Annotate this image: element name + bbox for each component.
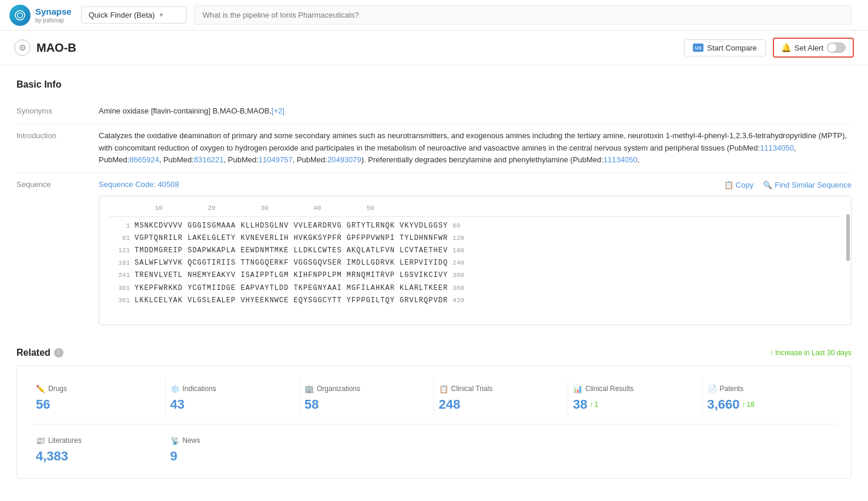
quick-finder-button[interactable]: Quick Finder (Beta) ▼	[81, 6, 187, 24]
synonyms-value: Amine oxidase [flavin-containing] B,MAO-…	[99, 105, 852, 118]
page-toolbar: ⚙ MAO-B US Start Compare 🔔 Set Alert	[0, 31, 868, 65]
alert-toggle[interactable]	[827, 42, 846, 53]
pubmed5-link[interactable]: 20493079	[327, 155, 361, 164]
drugs-icon: ✏️	[36, 385, 45, 393]
start-compare-label: Start Compare	[707, 44, 757, 52]
card-drugs[interactable]: ✏️ Drugs 56	[31, 378, 166, 419]
sequence-scrollbar[interactable]	[846, 214, 850, 261]
seq-line-121: 121 TMDDMGREIP SDAPWKAPLA EEWDNMTMKE LLD…	[109, 245, 842, 256]
seq-line-241: 241 TRENVLVETL NHEMYEAKYV ISAIPPTLGM KIH…	[109, 270, 842, 281]
card-drugs-label: ✏️ Drugs	[36, 385, 160, 393]
card-clinical-results-value: 38 ↑ 1	[573, 397, 698, 412]
search-circle-icon: 🔍	[763, 181, 772, 189]
brand-text: Synapse by patsnap	[35, 6, 72, 24]
introduction-value: Catalyzes the oxidative deamination of p…	[99, 130, 852, 166]
card-indications-label: ❄️ Indications	[170, 385, 295, 393]
seq-line-1: 1 MSNKCDVVVV GGGISGMAAA KLLHDSGLNV VVLEA…	[109, 221, 842, 232]
synonyms-label: Synonyms	[16, 105, 99, 118]
sequence-row: Sequence Sequence Code: 40508 📋 Copy 🔍 F…	[16, 173, 852, 331]
sequence-box[interactable]: 10 20 30 40 50 1 MSNKCDVVVV GGGISGMAAA K…	[99, 196, 852, 325]
quick-finder-label: Quick Finder (Beta)	[89, 11, 155, 19]
seq-line-361: 361 LKKLCELYAK VLGSLEALEP VHYEEKNWCE EQY…	[109, 295, 842, 306]
patents-icon: 📄	[708, 385, 717, 393]
brand-sub: by patsnap	[35, 17, 72, 24]
related-title: Related	[16, 348, 51, 358]
card-clinical-results[interactable]: 📊 Clinical Results 38 ↑ 1	[568, 378, 703, 419]
related-section: Related i ↑ Increase in Last 30 days ✏️ …	[16, 348, 852, 479]
bell-icon: 🔔	[781, 43, 791, 52]
sequence-code-link[interactable]: Sequence Code: 40508	[99, 179, 179, 191]
card-drugs-value: 56	[36, 397, 160, 412]
organizations-icon: 🏢	[304, 385, 314, 393]
search-input[interactable]	[194, 5, 852, 25]
settings-icon: ⚙	[14, 39, 31, 56]
clinical-trials-icon: 📋	[439, 385, 448, 393]
increase-label: ↑ Increase in Last 30 days	[770, 349, 852, 357]
card-organizations-value: 58	[304, 397, 429, 412]
up-arrow-icon: ↑	[770, 349, 773, 357]
card-literatures-label: 📰 Literatures	[36, 436, 161, 445]
pubmed1-link[interactable]: 11134050	[760, 143, 794, 152]
seq-line-181: 181 SALWFLWYVK QCGGTIRIIS TTNGGQERKF VGG…	[109, 258, 842, 269]
sequence-value: Sequence Code: 40508 📋 Copy 🔍 Find Simil…	[99, 179, 852, 325]
card-patents-value: 3,660 ↑ 18	[708, 397, 833, 412]
card-organizations[interactable]: 🏢 Organizations 58	[300, 378, 434, 419]
card-news-label: 📡 News	[170, 436, 296, 445]
synonyms-row: Synonyms Amine oxidase [flavin-containin…	[16, 99, 852, 124]
set-alert-label: Set Alert	[795, 44, 823, 52]
card-clinical-trials-value: 248	[439, 397, 564, 412]
logo-icon	[9, 5, 31, 26]
card-clinical-results-label: 📊 Clinical Results	[573, 385, 698, 393]
card-indications-value: 43	[170, 397, 295, 412]
cards-row-2: 📰 Literatures 4,383 📡 News 9	[31, 424, 837, 466]
pubmed2-link[interactable]: 8665924	[129, 155, 159, 164]
indications-icon: ❄️	[170, 385, 180, 393]
synonyms-badge[interactable]: [+2]	[272, 106, 284, 115]
card-patents-label: 📄 Patents	[708, 385, 833, 393]
start-compare-button[interactable]: US Start Compare	[684, 39, 766, 56]
news-icon: 📡	[170, 436, 180, 445]
pubmed4-link[interactable]: 11049757	[259, 155, 293, 164]
card-indications[interactable]: ❄️ Indications 43	[166, 378, 300, 419]
sequence-label: Sequence	[16, 179, 99, 325]
pubmed6-link[interactable]: 11134050	[604, 155, 638, 164]
related-title-area: Related i	[16, 348, 63, 358]
card-literatures[interactable]: 📰 Literatures 4,383	[31, 434, 166, 466]
logo-area: Synapse by patsnap	[9, 5, 72, 26]
patents-increase: ↑ 18	[742, 400, 755, 409]
compare-icon: US	[693, 44, 703, 52]
top-navigation: Synapse by patsnap Quick Finder (Beta) ▼	[0, 0, 868, 31]
svg-point-0	[15, 11, 25, 20]
clinical-results-icon: 📊	[573, 385, 582, 393]
seq-line-61: 61 VGPTQNRILR LAKELGLETY KVNEVERLIH HVKG…	[109, 233, 842, 244]
related-info-icon[interactable]: i	[54, 348, 63, 358]
card-clinical-trials[interactable]: 📋 Clinical Trials 248	[434, 378, 569, 419]
sequence-ruler: 10 20 30 40 50	[109, 203, 842, 217]
page-title: MAO-B	[36, 41, 76, 55]
card-organizations-label: 🏢 Organizations	[304, 385, 429, 393]
literatures-icon: 📰	[36, 436, 45, 445]
sequence-header: Sequence Code: 40508 📋 Copy 🔍 Find Simil…	[99, 179, 852, 191]
up-arrow-icon: ↑	[742, 400, 746, 409]
card-news[interactable]: 📡 News 9	[166, 434, 300, 466]
card-patents[interactable]: 📄 Patents 3,660 ↑ 18	[703, 378, 837, 419]
introduction-label: Introduction	[16, 130, 99, 166]
page-title-area: ⚙ MAO-B	[14, 39, 684, 56]
card-clinical-trials-label: 📋 Clinical Trials	[439, 385, 564, 393]
copy-icon: 📋	[724, 181, 733, 189]
chevron-down-icon: ▼	[158, 12, 164, 18]
card-news-value: 9	[170, 449, 296, 464]
pubmed3-link[interactable]: 8316221	[194, 155, 224, 164]
sequence-actions: 📋 Copy 🔍 Find Similar Sequence	[724, 181, 852, 189]
related-header: Related i ↑ Increase in Last 30 days	[16, 348, 852, 358]
set-alert-button[interactable]: 🔔 Set Alert	[773, 38, 854, 58]
main-content: Basic Info Synonyms Amine oxidase [flavi…	[0, 65, 868, 493]
clinical-results-increase: ↑ 1	[589, 400, 598, 409]
cards-row-1: ✏️ Drugs 56 ❄️ Indications 43 🏢 Organ	[31, 378, 837, 419]
copy-button[interactable]: 📋 Copy	[724, 181, 753, 189]
up-arrow-icon: ↑	[589, 400, 593, 409]
card-literatures-value: 4,383	[36, 449, 161, 464]
basic-info-title: Basic Info	[16, 79, 852, 90]
toolbar-actions: US Start Compare 🔔 Set Alert	[684, 38, 854, 58]
find-similar-button[interactable]: 🔍 Find Similar Sequence	[763, 181, 852, 189]
